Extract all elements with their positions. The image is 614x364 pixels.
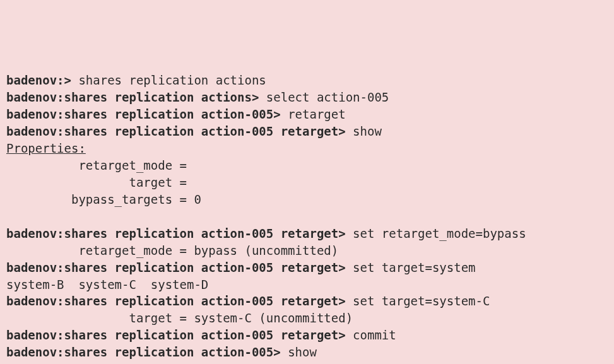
terminal-line: badenov:shares replication action-005 re… xyxy=(6,293,608,310)
terminal-line: badenov:> shares replication actions xyxy=(6,72,608,89)
output-text: bypass_targets = 0 xyxy=(6,192,201,206)
terminal-line xyxy=(6,208,608,225)
terminal-line: retarget_mode = xyxy=(6,157,608,174)
shell-prompt: badenov:shares replication action-005 re… xyxy=(6,294,346,308)
shell-prompt: badenov:shares replication action-005 re… xyxy=(6,226,346,240)
terminal-line: badenov:shares replication actions> sele… xyxy=(6,89,608,106)
shell-prompt: badenov:shares replication action-005> xyxy=(6,345,281,359)
shell-command: set target=system-C xyxy=(346,294,490,308)
terminal-line: badenov:shares replication action-005> r… xyxy=(6,106,608,123)
shell-command: set target=system xyxy=(346,261,476,274)
terminal-line: bypass_targets = 0 xyxy=(6,191,608,208)
shell-command: select action-005 xyxy=(259,90,389,104)
shell-command: commit xyxy=(346,328,396,342)
terminal-line: badenov:shares replication action-005 re… xyxy=(6,225,608,242)
shell-prompt: badenov:shares replication actions> xyxy=(6,90,259,104)
terminal-line: badenov:shares replication action-005 re… xyxy=(6,327,608,344)
shell-prompt: badenov:> xyxy=(6,73,71,87)
output-text: system-B system-C system-D xyxy=(6,278,208,291)
output-text: Properties: xyxy=(6,141,86,155)
terminal-line: badenov:shares replication action-005> s… xyxy=(6,344,608,361)
terminal-line: badenov:shares replication action-005 re… xyxy=(6,123,608,140)
output-text xyxy=(6,209,13,223)
terminal-line: retarget_mode = bypass (uncommitted) xyxy=(6,242,608,259)
shell-prompt: badenov:shares replication action-005 re… xyxy=(6,124,346,138)
terminal-line: target = xyxy=(6,174,608,191)
shell-command: show xyxy=(281,345,317,359)
shell-prompt: badenov:shares replication action-005 re… xyxy=(6,261,346,274)
shell-command: show xyxy=(346,124,382,138)
terminal-line: Properties: xyxy=(6,140,608,157)
shell-prompt: badenov:shares replication action-005 re… xyxy=(6,328,346,342)
output-text: retarget_mode = xyxy=(6,158,187,172)
output-text: target = system-C (uncommitted) xyxy=(6,311,353,325)
output-text: target = xyxy=(6,175,187,189)
output-text: retarget_mode = bypass (uncommitted) xyxy=(6,244,338,257)
terminal-line: Properties: xyxy=(6,361,608,364)
terminal-line: target = system-C (uncommitted) xyxy=(6,310,608,327)
terminal-line: badenov:shares replication action-005 re… xyxy=(6,259,608,276)
shell-command: retarget xyxy=(281,107,346,121)
terminal-output: badenov:> shares replication actionsbade… xyxy=(6,72,608,364)
shell-command: shares replication actions xyxy=(71,73,266,87)
terminal-line: system-B system-C system-D xyxy=(6,276,608,293)
shell-command: set retarget_mode=bypass xyxy=(346,226,526,240)
shell-prompt: badenov:shares replication action-005> xyxy=(6,107,281,121)
